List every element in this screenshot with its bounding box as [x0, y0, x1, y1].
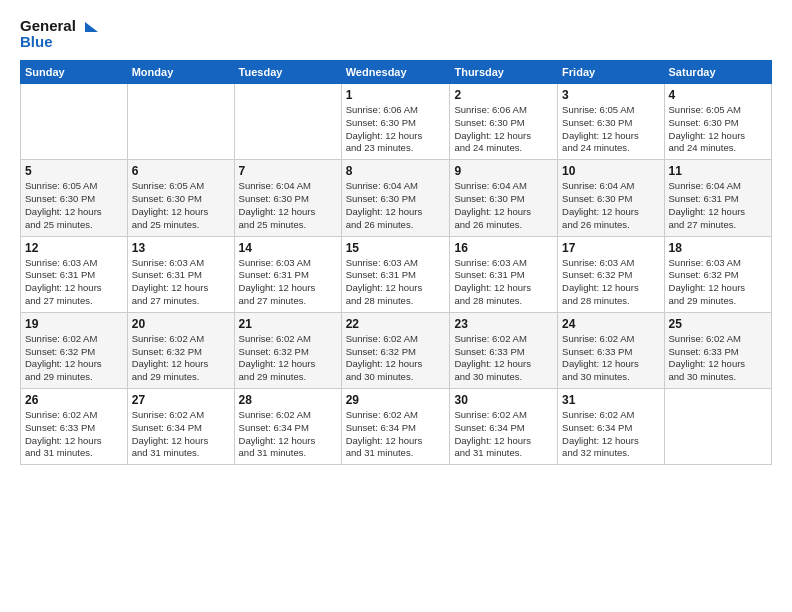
day-info: Sunrise: 6:02 AM Sunset: 6:33 PM Dayligh…	[454, 333, 553, 384]
calendar-day-5: 5Sunrise: 6:05 AM Sunset: 6:30 PM Daylig…	[21, 160, 128, 236]
weekday-header-monday: Monday	[127, 61, 234, 84]
day-number: 10	[562, 164, 659, 178]
calendar-day-3: 3Sunrise: 6:05 AM Sunset: 6:30 PM Daylig…	[558, 84, 664, 160]
day-info: Sunrise: 6:02 AM Sunset: 6:32 PM Dayligh…	[25, 333, 123, 384]
calendar-day-18: 18Sunrise: 6:03 AM Sunset: 6:32 PM Dayli…	[664, 236, 771, 312]
general-blue-logo-icon: GeneralBlue	[20, 16, 100, 50]
calendar-day-17: 17Sunrise: 6:03 AM Sunset: 6:32 PM Dayli…	[558, 236, 664, 312]
weekday-header-sunday: Sunday	[21, 61, 128, 84]
day-number: 17	[562, 241, 659, 255]
calendar-day-14: 14Sunrise: 6:03 AM Sunset: 6:31 PM Dayli…	[234, 236, 341, 312]
day-number: 31	[562, 393, 659, 407]
calendar-day-21: 21Sunrise: 6:02 AM Sunset: 6:32 PM Dayli…	[234, 312, 341, 388]
calendar-week-row: 12Sunrise: 6:03 AM Sunset: 6:31 PM Dayli…	[21, 236, 772, 312]
day-info: Sunrise: 6:05 AM Sunset: 6:30 PM Dayligh…	[562, 104, 659, 155]
calendar-day-7: 7Sunrise: 6:04 AM Sunset: 6:30 PM Daylig…	[234, 160, 341, 236]
day-info: Sunrise: 6:03 AM Sunset: 6:31 PM Dayligh…	[25, 257, 123, 308]
calendar-week-row: 1Sunrise: 6:06 AM Sunset: 6:30 PM Daylig…	[21, 84, 772, 160]
day-info: Sunrise: 6:04 AM Sunset: 6:30 PM Dayligh…	[454, 180, 553, 231]
calendar-day-10: 10Sunrise: 6:04 AM Sunset: 6:30 PM Dayli…	[558, 160, 664, 236]
calendar-day-29: 29Sunrise: 6:02 AM Sunset: 6:34 PM Dayli…	[341, 389, 450, 465]
calendar-day-2: 2Sunrise: 6:06 AM Sunset: 6:30 PM Daylig…	[450, 84, 558, 160]
svg-text:Blue: Blue	[20, 33, 53, 50]
calendar-day-19: 19Sunrise: 6:02 AM Sunset: 6:32 PM Dayli…	[21, 312, 128, 388]
day-number: 23	[454, 317, 553, 331]
day-number: 4	[669, 88, 767, 102]
day-info: Sunrise: 6:02 AM Sunset: 6:32 PM Dayligh…	[132, 333, 230, 384]
day-number: 13	[132, 241, 230, 255]
day-info: Sunrise: 6:03 AM Sunset: 6:31 PM Dayligh…	[454, 257, 553, 308]
day-number: 29	[346, 393, 446, 407]
day-number: 27	[132, 393, 230, 407]
day-number: 9	[454, 164, 553, 178]
day-info: Sunrise: 6:03 AM Sunset: 6:31 PM Dayligh…	[346, 257, 446, 308]
day-info: Sunrise: 6:05 AM Sunset: 6:30 PM Dayligh…	[25, 180, 123, 231]
weekday-header-row: SundayMondayTuesdayWednesdayThursdayFrid…	[21, 61, 772, 84]
day-info: Sunrise: 6:04 AM Sunset: 6:30 PM Dayligh…	[346, 180, 446, 231]
day-number: 19	[25, 317, 123, 331]
day-info: Sunrise: 6:02 AM Sunset: 6:34 PM Dayligh…	[239, 409, 337, 460]
day-info: Sunrise: 6:02 AM Sunset: 6:32 PM Dayligh…	[346, 333, 446, 384]
calendar-empty-cell	[127, 84, 234, 160]
day-info: Sunrise: 6:02 AM Sunset: 6:34 PM Dayligh…	[454, 409, 553, 460]
day-info: Sunrise: 6:04 AM Sunset: 6:30 PM Dayligh…	[562, 180, 659, 231]
day-number: 5	[25, 164, 123, 178]
calendar-empty-cell	[234, 84, 341, 160]
calendar-day-4: 4Sunrise: 6:05 AM Sunset: 6:30 PM Daylig…	[664, 84, 771, 160]
calendar-empty-cell	[664, 389, 771, 465]
calendar-day-13: 13Sunrise: 6:03 AM Sunset: 6:31 PM Dayli…	[127, 236, 234, 312]
header: GeneralBlue	[20, 16, 772, 50]
day-number: 26	[25, 393, 123, 407]
calendar-day-25: 25Sunrise: 6:02 AM Sunset: 6:33 PM Dayli…	[664, 312, 771, 388]
calendar-day-11: 11Sunrise: 6:04 AM Sunset: 6:31 PM Dayli…	[664, 160, 771, 236]
day-number: 16	[454, 241, 553, 255]
weekday-header-tuesday: Tuesday	[234, 61, 341, 84]
day-number: 28	[239, 393, 337, 407]
day-number: 1	[346, 88, 446, 102]
calendar-table: SundayMondayTuesdayWednesdayThursdayFrid…	[20, 60, 772, 465]
day-number: 8	[346, 164, 446, 178]
day-info: Sunrise: 6:02 AM Sunset: 6:33 PM Dayligh…	[562, 333, 659, 384]
day-number: 25	[669, 317, 767, 331]
day-info: Sunrise: 6:02 AM Sunset: 6:34 PM Dayligh…	[346, 409, 446, 460]
weekday-header-wednesday: Wednesday	[341, 61, 450, 84]
calendar-day-27: 27Sunrise: 6:02 AM Sunset: 6:34 PM Dayli…	[127, 389, 234, 465]
calendar-day-30: 30Sunrise: 6:02 AM Sunset: 6:34 PM Dayli…	[450, 389, 558, 465]
day-number: 3	[562, 88, 659, 102]
weekday-header-saturday: Saturday	[664, 61, 771, 84]
calendar-day-6: 6Sunrise: 6:05 AM Sunset: 6:30 PM Daylig…	[127, 160, 234, 236]
day-info: Sunrise: 6:02 AM Sunset: 6:34 PM Dayligh…	[132, 409, 230, 460]
day-number: 15	[346, 241, 446, 255]
day-number: 12	[25, 241, 123, 255]
calendar-day-12: 12Sunrise: 6:03 AM Sunset: 6:31 PM Dayli…	[21, 236, 128, 312]
day-info: Sunrise: 6:03 AM Sunset: 6:32 PM Dayligh…	[669, 257, 767, 308]
calendar-page: GeneralBlue SundayMondayTuesdayWednesday…	[0, 0, 792, 612]
day-info: Sunrise: 6:05 AM Sunset: 6:30 PM Dayligh…	[669, 104, 767, 155]
day-info: Sunrise: 6:02 AM Sunset: 6:34 PM Dayligh…	[562, 409, 659, 460]
day-number: 18	[669, 241, 767, 255]
calendar-day-16: 16Sunrise: 6:03 AM Sunset: 6:31 PM Dayli…	[450, 236, 558, 312]
day-number: 11	[669, 164, 767, 178]
day-info: Sunrise: 6:02 AM Sunset: 6:33 PM Dayligh…	[669, 333, 767, 384]
svg-marker-2	[85, 22, 98, 32]
day-number: 30	[454, 393, 553, 407]
day-info: Sunrise: 6:06 AM Sunset: 6:30 PM Dayligh…	[346, 104, 446, 155]
calendar-week-row: 19Sunrise: 6:02 AM Sunset: 6:32 PM Dayli…	[21, 312, 772, 388]
day-number: 21	[239, 317, 337, 331]
calendar-day-31: 31Sunrise: 6:02 AM Sunset: 6:34 PM Dayli…	[558, 389, 664, 465]
calendar-week-row: 26Sunrise: 6:02 AM Sunset: 6:33 PM Dayli…	[21, 389, 772, 465]
day-info: Sunrise: 6:03 AM Sunset: 6:31 PM Dayligh…	[239, 257, 337, 308]
day-info: Sunrise: 6:02 AM Sunset: 6:32 PM Dayligh…	[239, 333, 337, 384]
weekday-header-thursday: Thursday	[450, 61, 558, 84]
day-info: Sunrise: 6:04 AM Sunset: 6:30 PM Dayligh…	[239, 180, 337, 231]
day-info: Sunrise: 6:03 AM Sunset: 6:31 PM Dayligh…	[132, 257, 230, 308]
logo: GeneralBlue	[20, 16, 100, 50]
calendar-day-8: 8Sunrise: 6:04 AM Sunset: 6:30 PM Daylig…	[341, 160, 450, 236]
day-info: Sunrise: 6:02 AM Sunset: 6:33 PM Dayligh…	[25, 409, 123, 460]
day-number: 22	[346, 317, 446, 331]
day-number: 14	[239, 241, 337, 255]
day-number: 20	[132, 317, 230, 331]
day-info: Sunrise: 6:05 AM Sunset: 6:30 PM Dayligh…	[132, 180, 230, 231]
calendar-day-15: 15Sunrise: 6:03 AM Sunset: 6:31 PM Dayli…	[341, 236, 450, 312]
calendar-day-26: 26Sunrise: 6:02 AM Sunset: 6:33 PM Dayli…	[21, 389, 128, 465]
